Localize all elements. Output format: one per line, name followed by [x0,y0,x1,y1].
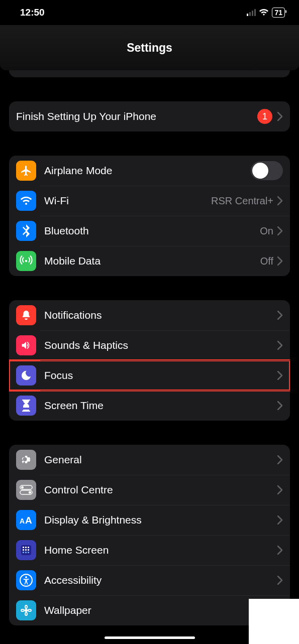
svg-point-18 [25,609,28,612]
finish-setup-label: Finish Setting Up Your iPhone [16,110,257,122]
accessibility-icon [16,570,36,590]
wallpaper-row[interactable]: Wallpaper [9,595,290,625]
svg-rect-10 [23,549,24,551]
wifi-icon [259,9,269,16]
bluetooth-value: On [260,225,273,237]
airplane-toggle[interactable] [251,161,283,180]
focus-row[interactable]: Focus [9,360,290,391]
svg-text:A: A [20,517,25,525]
svg-point-19 [25,605,27,608]
cellular-signal-icon [247,9,256,16]
home-screen-label: Home Screen [44,544,277,556]
display-label: Display & Brightness [44,514,277,526]
svg-point-20 [25,612,27,615]
svg-point-17 [25,576,27,578]
general-label: General [44,454,277,466]
speaker-icon [16,335,36,355]
sounds-label: Sounds & Haptics [44,339,277,351]
wifi-settings-icon [16,191,36,211]
svg-point-22 [28,609,31,611]
chevron-right-icon [277,485,283,494]
chevron-right-icon [277,455,283,464]
chevron-right-icon [277,576,283,585]
screen-time-row[interactable]: Screen Time [9,391,290,421]
bluetooth-icon [16,221,36,241]
chevron-right-icon [277,226,283,235]
mobile-data-row[interactable]: Mobile Data Off [9,246,290,276]
nav-header: Settings [0,25,299,70]
chevron-right-icon [277,516,283,525]
chevron-right-icon [277,196,283,205]
airplane-label: Airplane Mode [44,165,251,177]
svg-point-21 [21,609,24,611]
airplane-icon [16,161,36,181]
wallpaper-label: Wallpaper [44,604,283,616]
finish-setup-row[interactable]: Finish Setting Up Your iPhone 1 [9,101,290,132]
overlay-box [249,599,299,644]
wifi-row[interactable]: Wi-Fi RSR Central+ [9,186,290,216]
svg-rect-14 [25,552,27,553]
svg-rect-13 [23,552,24,553]
display-row[interactable]: AA Display & Brightness [9,505,290,535]
focus-label: Focus [44,369,277,381]
screen-time-label: Screen Time [44,400,277,412]
battery-indicator: 71 [272,8,285,18]
gear-icon [16,450,36,470]
hourglass-icon [16,396,36,416]
moon-icon [16,365,36,385]
airplane-mode-row[interactable]: Airplane Mode [9,156,290,186]
profile-section-stub[interactable] [9,70,290,77]
svg-rect-12 [28,549,29,551]
svg-point-1 [21,486,24,489]
mobile-data-label: Mobile Data [44,255,260,267]
chevron-right-icon [277,256,283,266]
antenna-icon [16,251,36,271]
control-centre-label: Control Centre [44,484,277,496]
wifi-value: RSR Central+ [211,195,273,207]
bluetooth-label: Bluetooth [44,225,260,237]
bluetooth-row[interactable]: Bluetooth On [9,216,290,246]
clock: 12:50 [20,7,45,18]
toggles-icon [16,480,36,500]
status-bar: 12:50 71 [0,0,299,25]
svg-rect-15 [28,552,29,553]
setup-badge: 1 [257,109,272,124]
chevron-right-icon [277,401,283,410]
chevron-right-icon [277,371,283,380]
general-row[interactable]: General [9,445,290,475]
wifi-label: Wi-Fi [44,195,211,207]
accessibility-label: Accessibility [44,574,277,586]
mobile-data-value: Off [260,255,273,267]
notifications-row[interactable]: Notifications [9,300,290,330]
page-title: Settings [127,41,172,55]
svg-rect-7 [23,547,24,548]
svg-rect-8 [25,547,27,548]
flower-icon [16,600,36,620]
svg-rect-11 [25,549,27,551]
control-centre-row[interactable]: Control Centre [9,475,290,505]
svg-text:A: A [25,515,32,525]
home-indicator[interactable] [105,636,195,639]
chevron-right-icon [277,112,283,121]
accessibility-row[interactable]: Accessibility [9,565,290,595]
home-screen-row[interactable]: Home Screen [9,535,290,565]
text-size-icon: AA [16,510,36,530]
svg-point-3 [29,491,31,494]
chevron-right-icon [277,311,283,320]
chevron-right-icon [277,546,283,555]
bell-icon [16,305,36,325]
home-grid-icon [16,540,36,560]
svg-rect-9 [28,547,29,548]
chevron-right-icon [277,341,283,350]
sounds-row[interactable]: Sounds & Haptics [9,330,290,360]
notifications-label: Notifications [44,309,277,321]
